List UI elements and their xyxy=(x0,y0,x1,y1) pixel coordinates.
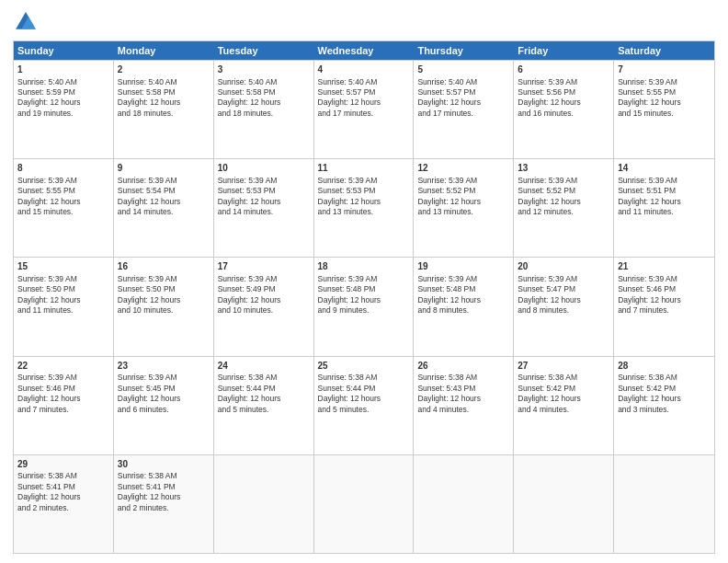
day-number: 27 xyxy=(518,360,609,373)
day-info-line: and 7 minutes. xyxy=(17,405,109,415)
day-number: 22 xyxy=(17,360,109,373)
day-info-line: Sunrise: 5:39 AM xyxy=(118,373,210,383)
day-info-line: Daylight: 12 hours xyxy=(518,98,609,108)
day-info-line: Sunset: 5:43 PM xyxy=(417,384,509,394)
day-info-line: Daylight: 12 hours xyxy=(417,98,509,108)
calendar-cell: 1Sunrise: 5:40 AMSunset: 5:59 PMDaylight… xyxy=(14,61,114,158)
day-info-line: Daylight: 12 hours xyxy=(618,98,711,108)
day-info-line: Sunset: 5:56 PM xyxy=(518,87,609,98)
day-info-line: Sunset: 5:50 PM xyxy=(17,284,109,294)
calendar-cell: 17Sunrise: 5:39 AMSunset: 5:49 PMDayligh… xyxy=(214,258,314,355)
day-info-line: and 14 minutes. xyxy=(118,207,210,217)
day-number: 10 xyxy=(218,162,310,175)
weekday-header: Sunday xyxy=(14,41,114,60)
day-info-line: Sunset: 5:57 PM xyxy=(417,87,509,98)
day-info-line: Daylight: 12 hours xyxy=(218,394,310,404)
day-info-line: Sunset: 5:45 PM xyxy=(118,384,210,394)
day-info-line: and 7 minutes. xyxy=(618,305,711,316)
day-info-line: Sunrise: 5:39 AM xyxy=(318,176,410,186)
day-number: 24 xyxy=(218,360,310,373)
day-info-line: Sunrise: 5:40 AM xyxy=(218,77,310,87)
weekday-header: Monday xyxy=(114,41,214,60)
day-info-line: and 15 minutes. xyxy=(618,109,711,119)
calendar-cell: 11Sunrise: 5:39 AMSunset: 5:53 PMDayligh… xyxy=(314,159,415,257)
day-number: 2 xyxy=(118,63,210,76)
day-info-line: Sunset: 5:54 PM xyxy=(118,186,210,196)
day-info-line: Daylight: 12 hours xyxy=(17,492,109,502)
calendar-cell: 30Sunrise: 5:38 AMSunset: 5:41 PMDayligh… xyxy=(114,455,214,553)
day-info-line: Daylight: 12 hours xyxy=(118,197,210,207)
day-number: 23 xyxy=(118,360,210,373)
calendar-cell: 16Sunrise: 5:39 AMSunset: 5:50 PMDayligh… xyxy=(114,258,214,355)
day-info-line: Sunrise: 5:39 AM xyxy=(518,176,609,186)
day-info-line: Daylight: 12 hours xyxy=(118,492,210,502)
calendar-cell: 27Sunrise: 5:38 AMSunset: 5:42 PMDayligh… xyxy=(514,357,614,454)
day-info-line: Sunrise: 5:39 AM xyxy=(417,274,509,284)
day-info-line: Sunset: 5:58 PM xyxy=(218,87,310,98)
page: SundayMondayTuesdayWednesdayThursdayFrid… xyxy=(0,0,728,563)
day-info-line: Sunrise: 5:40 AM xyxy=(417,77,509,87)
day-info-line: and 18 minutes. xyxy=(118,109,210,119)
day-number: 25 xyxy=(318,360,410,373)
calendar: SundayMondayTuesdayWednesdayThursdayFrid… xyxy=(13,40,715,554)
day-number: 11 xyxy=(318,162,410,175)
day-number: 30 xyxy=(118,458,210,471)
day-info-line: Daylight: 12 hours xyxy=(417,394,509,404)
calendar-row: 22Sunrise: 5:39 AMSunset: 5:46 PMDayligh… xyxy=(14,356,714,454)
day-info-line: Sunset: 5:52 PM xyxy=(518,186,609,196)
day-info-line: Daylight: 12 hours xyxy=(618,295,711,305)
day-info-line: Sunset: 5:41 PM xyxy=(118,482,210,492)
day-info-line: Sunrise: 5:38 AM xyxy=(417,373,509,383)
day-info-line: Daylight: 12 hours xyxy=(417,197,509,207)
day-info-line: Sunrise: 5:40 AM xyxy=(17,77,109,87)
calendar-cell: 20Sunrise: 5:39 AMSunset: 5:47 PMDayligh… xyxy=(514,258,614,355)
day-number: 1 xyxy=(17,63,109,76)
day-info-line: and 11 minutes. xyxy=(17,305,109,316)
day-info-line: and 16 minutes. xyxy=(518,109,609,119)
day-info-line: Daylight: 12 hours xyxy=(218,197,310,207)
day-info-line: Sunset: 5:44 PM xyxy=(218,384,310,394)
day-info-line: Sunset: 5:58 PM xyxy=(118,87,210,98)
day-number: 4 xyxy=(318,63,410,76)
day-number: 17 xyxy=(218,260,310,273)
calendar-cell: 18Sunrise: 5:39 AMSunset: 5:48 PMDayligh… xyxy=(314,258,415,355)
day-info-line: Sunset: 5:53 PM xyxy=(218,186,310,196)
weekday-header: Tuesday xyxy=(214,41,314,60)
day-info-line: Sunrise: 5:39 AM xyxy=(218,176,310,186)
day-info-line: Sunset: 5:48 PM xyxy=(417,284,509,294)
day-number: 19 xyxy=(417,260,509,273)
day-info-line: and 11 minutes. xyxy=(618,207,711,217)
day-info-line: and 10 minutes. xyxy=(118,305,210,316)
day-number: 8 xyxy=(17,162,109,175)
day-info-line: Sunrise: 5:39 AM xyxy=(518,274,609,284)
day-info-line: and 5 minutes. xyxy=(318,405,410,415)
day-number: 28 xyxy=(618,360,711,373)
day-info-line: Sunrise: 5:39 AM xyxy=(118,274,210,284)
calendar-cell xyxy=(414,455,514,553)
day-info-line: Daylight: 12 hours xyxy=(318,295,410,305)
calendar-cell: 2Sunrise: 5:40 AMSunset: 5:58 PMDaylight… xyxy=(114,61,214,158)
day-number: 21 xyxy=(618,260,711,273)
day-info-line: Sunset: 5:51 PM xyxy=(618,186,711,196)
day-number: 15 xyxy=(17,260,109,273)
day-info-line: and 5 minutes. xyxy=(218,405,310,415)
day-info-line: Sunset: 5:52 PM xyxy=(417,186,509,196)
day-number: 12 xyxy=(417,162,509,175)
day-number: 6 xyxy=(518,63,609,76)
day-info-line: Sunset: 5:55 PM xyxy=(17,186,109,196)
day-info-line: Sunrise: 5:39 AM xyxy=(618,274,711,284)
day-info-line: and 6 minutes. xyxy=(118,405,210,415)
day-info-line: Daylight: 12 hours xyxy=(618,197,711,207)
day-info-line: and 8 minutes. xyxy=(518,305,609,316)
calendar-cell xyxy=(514,455,614,553)
weekday-header: Saturday xyxy=(614,41,714,60)
day-info-line: Daylight: 12 hours xyxy=(518,295,609,305)
calendar-cell: 3Sunrise: 5:40 AMSunset: 5:58 PMDaylight… xyxy=(214,61,314,158)
day-info-line: Sunset: 5:53 PM xyxy=(318,186,410,196)
calendar-cell: 12Sunrise: 5:39 AMSunset: 5:52 PMDayligh… xyxy=(414,159,514,257)
calendar-cell: 7Sunrise: 5:39 AMSunset: 5:55 PMDaylight… xyxy=(614,61,714,158)
calendar-cell: 29Sunrise: 5:38 AMSunset: 5:41 PMDayligh… xyxy=(14,455,114,553)
day-info-line: Sunrise: 5:38 AM xyxy=(618,373,711,383)
day-number: 14 xyxy=(618,162,711,175)
day-info-line: Sunset: 5:44 PM xyxy=(318,384,410,394)
